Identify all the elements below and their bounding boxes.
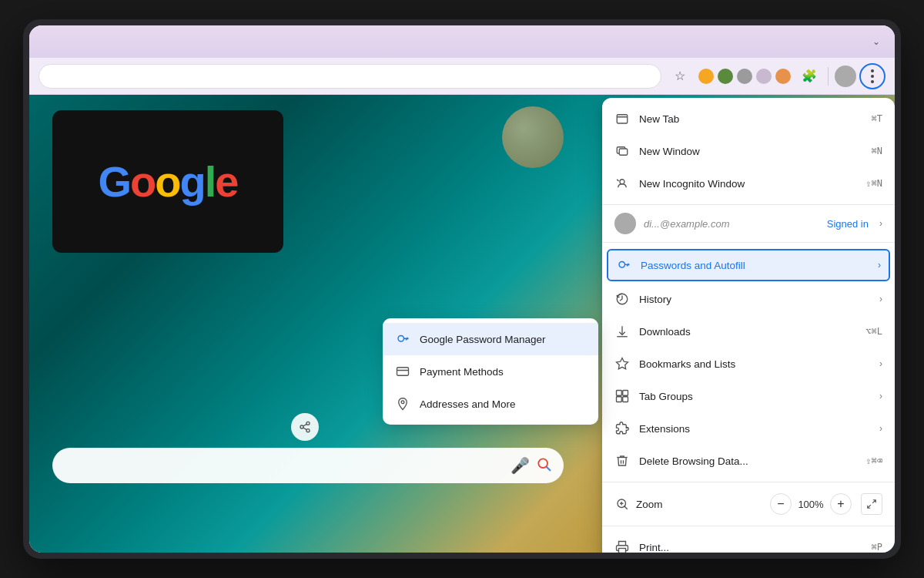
new-tab-shortcut: ⌘T: [872, 113, 882, 124]
menu-item-incognito[interactable]: New Incognito Window ⇧⌘N: [602, 167, 895, 200]
submenu-item-password-manager[interactable]: Google Password Manager: [383, 323, 598, 355]
passwords-icon: [616, 257, 631, 273]
payment-methods-label: Payment Methods: [420, 366, 504, 378]
print-shortcut: ⌘P: [872, 542, 882, 553]
svg-rect-7: [617, 115, 628, 123]
svg-point-11: [620, 180, 624, 184]
menu-section-navigation: New Tab ⌘T New Window ⌘N: [602, 98, 895, 204]
submenu-item-addresses[interactable]: Addresses and More: [383, 388, 598, 420]
collapse-chevron[interactable]: ⌄: [867, 32, 886, 51]
menu-item-passwords[interactable]: Passwords and Autofill ›: [607, 249, 890, 281]
share-button[interactable]: [291, 413, 319, 441]
delete-browsing-icon: [614, 453, 630, 469]
device-frame: ⌄ ☆ 🧩: [23, 19, 901, 559]
logo-g: G: [99, 157, 131, 206]
menu-section-zoom: Zoom − 100% +: [602, 482, 895, 526]
lens-icon[interactable]: [536, 456, 551, 476]
menu-item-print[interactable]: Print... ⌘P: [602, 531, 895, 553]
zoom-controls: − 100% +: [770, 493, 852, 515]
delete-browsing-shortcut: ⇧⌘⌫: [865, 455, 882, 466]
svg-rect-10: [619, 149, 628, 155]
extensions-label: Extensions: [639, 423, 870, 435]
menu-item-extensions[interactable]: Extensions ›: [602, 412, 895, 445]
chrome-menu: New Tab ⌘T New Window ⌘N: [602, 98, 895, 553]
zoom-increase-button[interactable]: +: [830, 493, 852, 515]
profile-dot-3: [737, 69, 752, 84]
signed-in-row[interactable]: di...@example.com Signed in ›: [602, 204, 895, 243]
svg-point-1: [300, 425, 303, 428]
profile-avatar[interactable]: [835, 66, 856, 87]
google-card: Google: [52, 110, 283, 253]
downloads-label: Downloads: [639, 326, 856, 338]
extensions-chevron: ›: [879, 423, 882, 434]
dot-2: [871, 75, 874, 78]
tab-groups-icon: [614, 388, 630, 404]
main-content: Google 🎤: [29, 95, 895, 553]
incognito-label: New Incognito Window: [639, 178, 856, 190]
incognito-icon: [614, 176, 630, 191]
menu-item-new-tab[interactable]: New Tab ⌘T: [602, 102, 895, 135]
bookmark-icon[interactable]: ☆: [668, 64, 692, 89]
menu-item-new-window[interactable]: New Window ⌘N: [602, 135, 895, 167]
zoom-expand-button[interactable]: [861, 493, 882, 515]
print-icon: [614, 539, 630, 553]
tab-groups-label: Tab Groups: [639, 391, 870, 402]
profile-dot-5: [775, 69, 791, 84]
search-bar[interactable]: 🎤: [52, 448, 564, 483]
svg-line-12: [617, 180, 618, 181]
zoom-label: Zoom: [636, 499, 764, 510]
dot-1: [871, 69, 874, 72]
incognito-shortcut: ⇧⌘N: [865, 178, 882, 189]
menu-item-tab-groups[interactable]: Tab Groups ›: [602, 380, 895, 412]
svg-line-4: [303, 424, 307, 426]
history-label: History: [639, 294, 870, 305]
menu-item-bookmarks[interactable]: Bookmarks and Lists ›: [602, 348, 895, 380]
tab-groups-chevron: ›: [879, 391, 882, 402]
bookmarks-chevron: ›: [879, 358, 882, 369]
zoom-decrease-button[interactable]: −: [770, 493, 792, 515]
zoom-value: 100%: [796, 499, 825, 510]
svg-line-6: [547, 466, 551, 470]
zoom-icon: [614, 496, 630, 512]
svg-line-25: [624, 506, 628, 509]
logo-o2: o: [155, 157, 179, 206]
svg-rect-22: [617, 397, 622, 402]
menu-item-history[interactable]: History ›: [602, 283, 895, 315]
dot-3: [871, 80, 874, 83]
logo-g2: g: [180, 157, 205, 206]
new-window-shortcut: ⌘N: [872, 146, 882, 156]
profile-dot-2: [718, 69, 733, 84]
address-bar[interactable]: [38, 64, 661, 89]
signed-in-avatar: [614, 213, 636, 234]
menu-item-downloads[interactable]: Downloads ⌥⌘L: [602, 315, 895, 348]
addresses-icon: [395, 396, 410, 412]
svg-line-3: [303, 428, 307, 430]
microphone-icon[interactable]: 🎤: [511, 456, 530, 475]
profile-dots: [698, 69, 791, 84]
svg-rect-28: [619, 549, 626, 553]
extensions-icon[interactable]: 🧩: [797, 64, 822, 89]
svg-point-0: [306, 422, 310, 425]
menu-item-delete-browsing[interactable]: Delete Browsing Data... ⇧⌘⌫: [602, 445, 895, 477]
logo-o1: o: [130, 157, 155, 206]
toolbar-separator: [828, 67, 829, 86]
passwords-submenu: Google Password Manager Payment Methods …: [383, 318, 598, 425]
menu-button[interactable]: [859, 63, 886, 89]
profile-dot-1: [698, 69, 714, 84]
payment-methods-icon: [395, 364, 410, 379]
signed-in-label: Signed in: [827, 218, 869, 230]
print-label: Print...: [639, 542, 862, 553]
new-tab-icon: [614, 111, 630, 126]
svg-rect-35: [397, 368, 409, 376]
addresses-label: Addresses and More: [420, 398, 516, 410]
signed-in-chevron: ›: [879, 218, 882, 229]
toolbar: ☆ 🧩: [29, 58, 895, 95]
svg-marker-19: [617, 358, 628, 369]
svg-point-2: [306, 429, 310, 432]
logo-l: l: [205, 157, 216, 206]
submenu-item-payment-methods[interactable]: Payment Methods: [383, 355, 598, 388]
browser-window: ⌄ ☆ 🧩: [29, 25, 895, 553]
extensions-menu-icon: [614, 421, 630, 436]
menu-section-main: Passwords and Autofill › History ›: [602, 243, 895, 482]
bookmarks-icon: [614, 356, 630, 371]
